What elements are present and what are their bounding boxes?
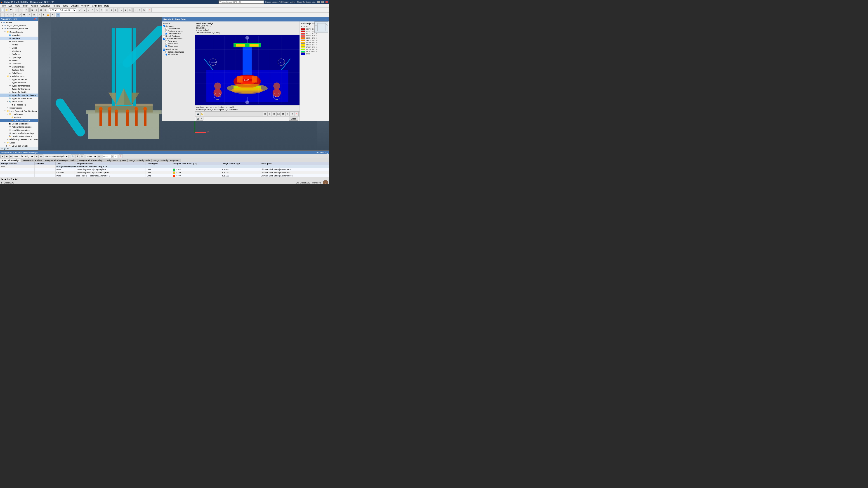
sj-expand[interactable]: ▼ <box>6 101 8 103</box>
tb2-btn-12[interactable]: ■ <box>51 13 55 17</box>
nav-icon-2[interactable]: 🔊 <box>4 148 6 150</box>
tree-types-solids[interactable]: ◈ Types for Solids <box>0 90 38 94</box>
menu-cad-bim[interactable]: CAD-BIM <box>91 4 103 7</box>
result-tables-checkbox[interactable] <box>163 48 165 51</box>
tab-rn[interactable]: Design Ratios by Node <box>127 159 151 162</box>
tree-sections[interactable]: ▶ ⊞ Sections <box>0 37 38 40</box>
results-tb-1[interactable]: 📷 <box>196 112 200 116</box>
result-sections-checkbox[interactable] <box>163 35 165 37</box>
menu-tools[interactable]: Tools <box>62 4 69 7</box>
tree-comb-wiz[interactable]: 🧙 Combination Wizards <box>0 135 38 138</box>
ll-expand[interactable]: ▶ <box>6 145 8 147</box>
lc-expand[interactable]: ▼ <box>6 113 8 115</box>
tree-types-special[interactable]: ⬡ Types for Special Objects <box>0 94 38 97</box>
menu-assign[interactable]: Assign <box>30 4 39 7</box>
tree-action-combos[interactable]: ⊕ Action Combinations <box>0 125 38 128</box>
column-expand[interactable]: ▼ <box>2 28 4 30</box>
surfaces-checkbox[interactable] <box>163 25 165 27</box>
tb2-btn-sel[interactable]: ⊡ <box>56 13 60 17</box>
open-button[interactable]: 📂 <box>5 8 9 12</box>
tb-btn-11[interactable]: ⊕ <box>105 8 109 12</box>
tb2-btn-6[interactable]: ⬟ <box>22 13 26 17</box>
results-tb-8[interactable]: 🖨 <box>285 112 289 116</box>
nav-close-button[interactable]: × <box>36 18 37 20</box>
all-surfaces-label[interactable]: All surfaces <box>163 53 194 56</box>
results-tb-3[interactable]: ⊞ <box>263 112 267 116</box>
tree-imperfections[interactable]: ⤷ Imperfections <box>0 106 38 109</box>
result-tables-label[interactable]: Result Tables <box>163 48 194 51</box>
close-button[interactable]: × <box>326 1 328 3</box>
tree-actions[interactable]: ⚡ Actions <box>0 116 38 119</box>
plastic-strains-label[interactable]: Plastic strains <box>163 28 194 30</box>
menu-file[interactable]: File <box>1 4 7 7</box>
contact-stress-radio[interactable] <box>165 33 167 35</box>
basic-expand[interactable]: ▼ <box>4 31 6 33</box>
results-tb-10[interactable]: ✕ <box>294 112 299 116</box>
tree-lines[interactable]: ⁻ Lines <box>0 46 38 49</box>
tb2-btn-5[interactable]: ⬡ <box>18 13 22 17</box>
tree-sj-1[interactable]: ◉ 1 - Nodes : 1 <box>0 103 38 106</box>
btb-design[interactable]: ▦ <box>9 155 12 158</box>
redo-button[interactable]: ↪ <box>19 8 23 12</box>
all-surf-radio[interactable] <box>165 54 167 56</box>
print-button[interactable]: 🖨 <box>25 8 29 12</box>
tree-model-lt[interactable]: ▶ 🗁 LT_237_EGT_Aqueville... <box>0 24 38 27</box>
menu-options[interactable]: Options <box>70 4 80 7</box>
rfem-expand[interactable]: ▼ <box>0 22 3 24</box>
minimize-button[interactable]: _ <box>317 1 320 3</box>
page-last-btn[interactable]: ▶| <box>16 178 18 180</box>
tree-thicknesses[interactable]: ▦ Thicknesses <box>0 40 38 43</box>
page-first-btn[interactable]: |◀ <box>1 178 3 180</box>
tb-render-1[interactable]: ◈ <box>119 8 123 12</box>
bottom-min-btn[interactable]: _ <box>327 151 328 154</box>
btb-prev[interactable]: ◀ <box>0 154 4 158</box>
tb2-btn-8[interactable]: ⊞ <box>32 13 36 17</box>
tb2-btn-10[interactable]: ▶ <box>42 13 46 17</box>
menu-window[interactable]: Window <box>80 4 91 7</box>
tree-surfaces[interactable]: ▪ Surfaces <box>0 53 38 56</box>
bottom-close-btn[interactable]: × <box>324 151 326 154</box>
fastener-members-label[interactable]: Fastener Members <box>163 37 194 40</box>
loads-expand[interactable]: ▼ <box>4 142 6 144</box>
tb-btn-1[interactable]: ▣ <box>30 8 34 12</box>
tree-solids[interactable]: ◈ Solids <box>0 59 38 62</box>
nav-pin-button[interactable]: 📌 <box>33 18 36 20</box>
tree-lc1[interactable]: ■ LC1 : Self-weight <box>0 119 38 122</box>
tree-surfacesets[interactable]: ▪ Surface Sets <box>0 68 38 71</box>
shear-h-label[interactable]: Shear force <box>163 45 194 47</box>
tb-render-3[interactable]: ◎ <box>128 8 132 12</box>
user-avatar[interactable]: U <box>323 180 328 185</box>
tree-materials[interactable]: ▶ 🔷 Materials <box>0 33 38 37</box>
viewport-3d[interactable]: X Y Results in Steel Joint × Results <box>38 17 329 150</box>
contact-stress-label[interactable]: Contact stress <box>163 33 194 35</box>
tb-btn-3[interactable]: ⊟ <box>39 8 43 12</box>
nav-icon-1[interactable]: 👁 <box>1 148 3 150</box>
tab-sjd[interactable]: Steel Joint Design <box>0 159 21 162</box>
results-tb-7[interactable]: 🔳 <box>281 112 285 116</box>
results-tb-4[interactable]: ⊟ <box>268 112 272 116</box>
tree-rfem[interactable]: ▼ 🗁 RFEM <box>0 21 38 24</box>
lt-expand[interactable]: ▶ <box>2 25 4 27</box>
btb-next2[interactable]: ▶ <box>39 154 43 158</box>
equiv-stress-radio[interactable] <box>165 30 167 32</box>
plastic-strains-radio[interactable] <box>165 28 167 30</box>
tree-openings[interactable]: ○ Openings <box>0 56 38 59</box>
tb-btn-12[interactable]: ⊖ <box>109 8 113 12</box>
tab-ssa[interactable]: Stress-Strain Analysis <box>21 159 44 162</box>
search-input[interactable] <box>219 0 264 4</box>
tb2-btn-4[interactable]: ⊲ <box>13 13 18 17</box>
tb-render-2[interactable]: ◉ <box>123 8 127 12</box>
shear-v-radio[interactable] <box>165 43 167 45</box>
tb-btn-move[interactable]: ✥ <box>138 8 142 12</box>
equiv-stress-label[interactable]: Equivalent stress <box>163 30 194 32</box>
results-tb-6[interactable]: 🔲 <box>276 112 281 116</box>
tab-rds[interactable]: Design Ratios by Design Situation <box>44 159 78 162</box>
tree-types-members[interactable]: ═ Types for Members <box>0 84 38 87</box>
tb2-btn-2[interactable]: ⇥ <box>5 13 9 17</box>
axial-radio[interactable] <box>165 40 167 42</box>
tb-btn-2[interactable]: ⊞ <box>35 8 39 12</box>
tree-sas[interactable]: ⚙ Static Analysis Settings <box>0 131 38 135</box>
load-case-combo[interactable]: LC1 <box>49 8 58 12</box>
tb-btn-8[interactable]: ↖ <box>91 8 95 12</box>
menu-edit[interactable]: Edit <box>7 4 13 7</box>
